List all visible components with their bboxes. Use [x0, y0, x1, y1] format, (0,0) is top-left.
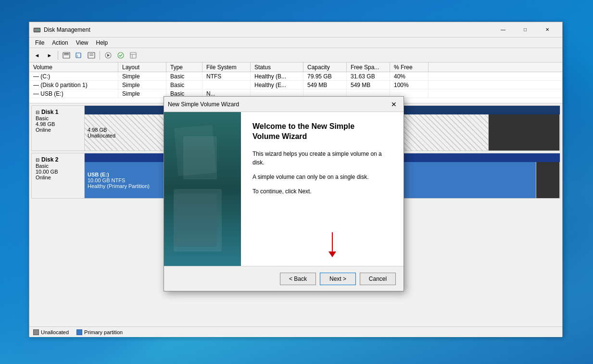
arrow-indicator [328, 232, 336, 257]
menu-view[interactable]: View [72, 38, 92, 47]
svg-text:i: i [77, 54, 78, 58]
wizard-close-button[interactable]: ✕ [388, 99, 400, 110]
back-button[interactable]: < Back [280, 273, 316, 285]
menu-help[interactable]: Help [92, 38, 112, 47]
legend-primary-label: Primary partition [84, 329, 123, 335]
legend-unallocated-label: Unallocated [41, 329, 69, 335]
toolbar-btn-3[interactable] [86, 50, 97, 61]
wizard-title-bar: New Simple Volume Wizard ✕ [164, 97, 404, 112]
wizard-content: Welcome to the New SimpleVolume Wizard T… [241, 112, 404, 266]
maximize-button[interactable]: □ [514, 22, 536, 38]
cancel-button[interactable]: Cancel [360, 273, 396, 285]
col-header-pct: % Free [390, 63, 429, 72]
close-button[interactable]: ✕ [536, 22, 558, 38]
back-button[interactable]: ◄ [31, 50, 43, 61]
toolbar-btn-2[interactable]: i [73, 50, 85, 61]
table-row[interactable]: — (Disk 0 partition 1) Simple Basic Heal… [29, 81, 562, 89]
minimize-button[interactable]: — [492, 22, 514, 38]
toolbar-btn-6[interactable] [127, 50, 139, 61]
disk-2-reserved [536, 162, 560, 198]
app-icon [33, 26, 41, 34]
col-header-status: Status [251, 63, 303, 72]
col-header-capacity: Capacity [303, 63, 347, 72]
wizard-text-1: This wizard helps you create a simple vo… [252, 150, 392, 167]
table-row[interactable]: — (C:) Simple Basic NTFS Healthy (B... 7… [29, 72, 562, 81]
toolbar-separator [58, 51, 58, 60]
svg-point-2 [38, 29, 39, 31]
toolbar: ◄ ► i [29, 48, 562, 63]
next-button[interactable]: Next > [320, 273, 356, 285]
disk-1-reserved [489, 114, 560, 151]
toolbar-btn-5[interactable] [115, 50, 126, 61]
disk-2-label: ⊟ Disk 2 Basic 10.00 GB Online [32, 153, 85, 198]
wizard-main-title: Welcome to the New SimpleVolume Wizard [252, 122, 392, 142]
wizard-sidebar [164, 112, 241, 266]
wizard-text-2: A simple volume can only be on a single … [252, 173, 392, 181]
toolbar-btn-1[interactable] [61, 50, 72, 61]
col-header-volume: Volume [29, 63, 118, 72]
legend-bar: Unallocated Primary partition [29, 326, 562, 337]
col-header-layout: Layout [118, 63, 166, 72]
menu-file[interactable]: File [31, 38, 48, 47]
col-header-filesystem: File System [202, 63, 251, 72]
wizard-dialog: New Simple Volume Wizard ✕ Welcome to th… [164, 96, 404, 291]
toolbar-separator-2 [100, 51, 100, 60]
svg-rect-14 [130, 52, 136, 58]
window-title: Disk Management [44, 26, 492, 33]
menu-bar: File Action View Help [29, 38, 562, 48]
title-bar-buttons: — □ ✕ [492, 22, 558, 38]
menu-action[interactable]: Action [48, 38, 72, 47]
table-header: Volume Layout Type File System Status Ca… [29, 63, 562, 72]
col-header-free: Free Spa... [347, 63, 390, 72]
wizard-text-3: To continue, click Next. [252, 187, 392, 196]
disk-1-label: ⊟ Disk 1 Basic 4.98 GB Online [32, 106, 85, 151]
legend-primary: Primary partition [76, 329, 123, 335]
legend-unallocated: Unallocated [33, 329, 69, 335]
svg-rect-5 [64, 55, 69, 55]
wizard-footer: < Back Next > Cancel [164, 266, 404, 291]
title-bar: Disk Management — □ ✕ [29, 22, 562, 38]
svg-marker-12 [107, 54, 110, 57]
wizard-title: New Simple Volume Wizard [168, 101, 388, 108]
col-header-type: Type [166, 63, 202, 72]
wizard-body: Welcome to the New SimpleVolume Wizard T… [164, 112, 404, 266]
svg-rect-4 [64, 53, 69, 54]
toolbar-btn-4[interactable] [102, 50, 114, 61]
forward-button[interactable]: ► [44, 50, 55, 61]
